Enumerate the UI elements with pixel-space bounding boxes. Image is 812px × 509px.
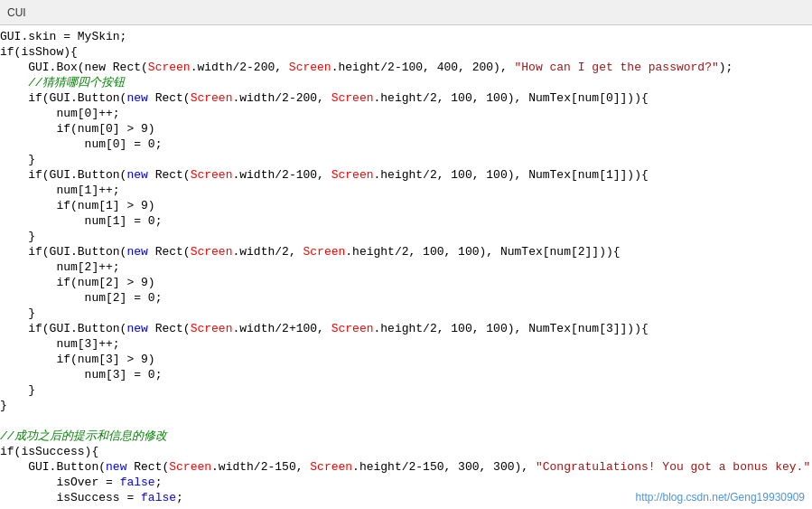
code-text: } xyxy=(0,398,7,413)
watermark: http://blog.csdn.net/Geng19930909 xyxy=(636,491,805,504)
code-text: } xyxy=(0,306,35,321)
code-text: num[0] = 0; xyxy=(0,137,162,152)
code-line: if(isSuccess){ xyxy=(0,444,812,459)
code-line: } xyxy=(0,382,812,398)
code-text: GUI.skin = MySkin; xyxy=(0,29,126,44)
code-text: num[0]++; xyxy=(0,106,120,121)
code-text: isOver = false; xyxy=(0,475,162,490)
code-line: num[3] = 0; xyxy=(0,367,812,382)
code-area[interactable]: GUI.skin = MySkin;if(isShow){ GUI.Box(ne… xyxy=(0,25,812,509)
code-text: if(GUI.Button(new Rect(Screen.width/2-10… xyxy=(0,167,649,183)
code-line: num[1] = 0; xyxy=(0,213,812,229)
code-line: } xyxy=(0,152,812,167)
code-text: num[2] = 0; xyxy=(0,290,162,306)
code-line: if(GUI.Button(new Rect(Screen.width/2+10… xyxy=(0,321,812,336)
code-text: } xyxy=(0,152,35,167)
code-text: //猜猜哪四个按钮 xyxy=(0,75,125,90)
code-line: GUI.skin = MySkin; xyxy=(0,29,812,44)
code-line: isOver = false; xyxy=(0,475,812,490)
code-text: GUI.Box(new Rect(Screen.width/2-200, Scr… xyxy=(0,60,733,75)
code-text: if(isShow){ xyxy=(0,44,78,60)
code-line: GUI.Button(new Rect(Screen.width/2-150, … xyxy=(0,459,812,475)
code-text: if(GUI.Button(new Rect(Screen.width/2, S… xyxy=(0,244,621,259)
code-text: GUI.Button(new Rect(Screen.width/2-150, … xyxy=(0,459,812,475)
top-bar-title: CUI xyxy=(7,6,26,19)
code-line: if(GUI.Button(new Rect(Screen.width/2, S… xyxy=(0,244,812,259)
code-line: if(GUI.Button(new Rect(Screen.width/2-20… xyxy=(0,90,812,106)
top-bar: CUI xyxy=(0,0,812,25)
code-line: num[3]++; xyxy=(0,336,812,352)
code-text: num[1]++; xyxy=(0,183,120,198)
code-line: if(num[1] > 9) xyxy=(0,198,812,213)
code-line: num[1]++; xyxy=(0,183,812,198)
code-text xyxy=(0,413,7,429)
code-text: if(num[3] > 9) xyxy=(0,352,155,367)
code-line: } xyxy=(0,398,812,413)
code-line xyxy=(0,505,812,509)
code-text: isSuccess = false; xyxy=(0,490,183,505)
code-line: if(GUI.Button(new Rect(Screen.width/2-10… xyxy=(0,167,812,183)
code-line: num[2]++; xyxy=(0,259,812,275)
code-text xyxy=(0,505,7,509)
code-text: num[2]++; xyxy=(0,259,120,275)
code-line: num[0] = 0; xyxy=(0,137,812,152)
code-text: if(num[0] > 9) xyxy=(0,121,155,137)
code-line: //猜猜哪四个按钮 xyxy=(0,75,812,90)
code-text: } xyxy=(0,382,35,398)
code-text: num[3]++; xyxy=(0,336,120,352)
code-line: num[2] = 0; xyxy=(0,290,812,306)
code-line: num[0]++; xyxy=(0,106,812,121)
code-text: num[1] = 0; xyxy=(0,213,162,229)
code-text: if(GUI.Button(new Rect(Screen.width/2+10… xyxy=(0,321,649,336)
code-line: if(num[2] > 9) xyxy=(0,275,812,290)
code-container: CUI GUI.skin = MySkin;if(isShow){ GUI.Bo… xyxy=(0,0,812,509)
code-text: if(num[2] > 9) xyxy=(0,275,155,290)
code-line: GUI.Box(new Rect(Screen.width/2-200, Scr… xyxy=(0,60,812,75)
code-text: if(isSuccess){ xyxy=(0,444,98,459)
code-line: } xyxy=(0,229,812,244)
code-text: } xyxy=(0,229,35,244)
code-text: num[3] = 0; xyxy=(0,367,162,382)
code-line: if(num[3] > 9) xyxy=(0,352,812,367)
code-line: if(num[0] > 9) xyxy=(0,121,812,137)
code-line: if(isShow){ xyxy=(0,44,812,60)
code-text: if(GUI.Button(new Rect(Screen.width/2-20… xyxy=(0,90,649,106)
code-text: if(num[1] > 9) xyxy=(0,198,155,213)
code-text: //成功之后的提示和信息的修改 xyxy=(0,429,167,444)
code-line: //成功之后的提示和信息的修改 xyxy=(0,429,812,444)
code-line xyxy=(0,413,812,429)
code-line: } xyxy=(0,306,812,321)
